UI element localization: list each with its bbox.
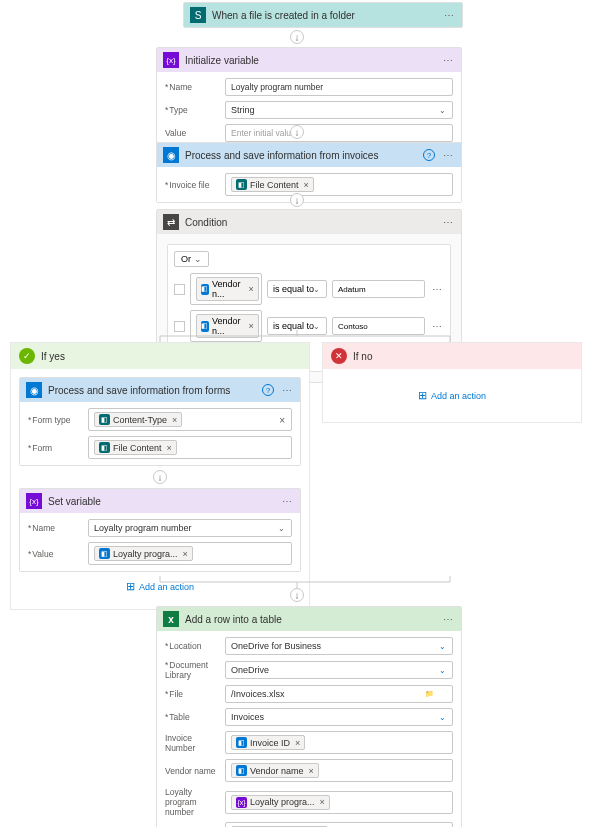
- variable-icon: {x}: [163, 52, 179, 68]
- row-menu-icon[interactable]: ⋯: [430, 321, 444, 332]
- if-yes-branch: ✓ If yes ◉ Process and save information …: [10, 342, 310, 610]
- value-input[interactable]: Enter initial value: [225, 124, 453, 142]
- chip-icon: ◧: [201, 284, 209, 295]
- ai-builder-icon: ◉: [26, 382, 42, 398]
- menu-icon[interactable]: ⋯: [441, 55, 455, 66]
- card-title: Add a row into a table: [185, 614, 435, 625]
- arrow-down-icon: ↓: [290, 588, 304, 602]
- location-select[interactable]: OneDrive for Business⌄: [225, 637, 453, 655]
- sharepoint-icon: S: [190, 7, 206, 23]
- form-input[interactable]: ◧File Content×: [88, 436, 292, 459]
- table-select[interactable]: Invoices⌄: [225, 708, 453, 726]
- left-operand[interactable]: ◧Vendor n...×: [190, 310, 262, 342]
- help-icon[interactable]: ?: [262, 384, 274, 396]
- arrow-down-icon: ↓: [290, 125, 304, 139]
- file-label: File: [165, 689, 219, 699]
- name-label: Name: [165, 82, 219, 92]
- variable-icon: {x}: [26, 493, 42, 509]
- value-label: Value: [28, 549, 82, 559]
- help-icon[interactable]: ?: [423, 149, 435, 161]
- loyalty-label: Loyalty program number: [165, 787, 219, 817]
- arrow-down-icon: ↓: [290, 193, 304, 207]
- due-date-input[interactable]: ◧Due date (date)×: [225, 822, 453, 827]
- loyalty-input[interactable]: {x}Loyalty progra...×: [225, 791, 453, 814]
- right-operand[interactable]: Adatum: [332, 280, 425, 298]
- menu-icon[interactable]: ⋯: [280, 385, 294, 396]
- process-invoices-card: ◉ Process and save information from invo…: [156, 142, 462, 203]
- chip-remove-icon[interactable]: ×: [304, 180, 309, 190]
- arrow-down-icon: ↓: [290, 30, 304, 44]
- add-row-card: x Add a row into a table ⋯ LocationOneDr…: [156, 606, 462, 827]
- form-type-label: Form type: [28, 415, 82, 425]
- card-title: Set variable: [48, 496, 274, 507]
- chip-icon: ◧: [99, 414, 110, 425]
- checkbox[interactable]: [174, 284, 185, 295]
- if-no-branch: ✕ If no Add an action: [322, 342, 582, 423]
- name-select[interactable]: Loyalty program number⌄: [88, 519, 292, 537]
- invoice-number-label: Invoice Number: [165, 733, 219, 753]
- value-input[interactable]: ◧Loyalty progra...×: [88, 542, 292, 565]
- clear-icon[interactable]: ×: [279, 414, 285, 425]
- type-label: Type: [165, 105, 219, 115]
- branch-title: If no: [353, 351, 573, 362]
- name-input[interactable]: Loyalty program number: [225, 78, 453, 96]
- file-content-chip[interactable]: ◧File Content×: [231, 177, 314, 192]
- value-label: Value: [165, 128, 219, 138]
- card-header[interactable]: x Add a row into a table ⋯: [157, 607, 461, 631]
- menu-icon[interactable]: ⋯: [442, 10, 456, 21]
- operator-select[interactable]: is equal to⌄: [267, 317, 327, 335]
- doclib-label: Document Library: [165, 660, 219, 680]
- branch-title: If yes: [41, 351, 301, 362]
- type-select[interactable]: String⌄: [225, 101, 453, 119]
- file-input[interactable]: /Invoices.xlsx📁: [225, 685, 453, 703]
- menu-icon[interactable]: ⋯: [441, 614, 455, 625]
- menu-icon[interactable]: ⋯: [441, 150, 455, 161]
- card-title: Condition: [185, 217, 435, 228]
- row-menu-icon[interactable]: ⋯: [430, 284, 444, 295]
- vendor-name-label: Vendor name: [165, 766, 219, 776]
- add-action-link[interactable]: Add an action: [323, 369, 581, 422]
- x-icon: ✕: [331, 348, 347, 364]
- doclib-select[interactable]: OneDrive⌄: [225, 661, 453, 679]
- or-selector[interactable]: Or⌄: [174, 251, 209, 267]
- form-type-input[interactable]: ◧Content-Type× ×: [88, 408, 292, 431]
- card-header[interactable]: {x} Initialize variable ⋯: [157, 48, 461, 72]
- form-label: Form: [28, 443, 82, 453]
- left-operand[interactable]: ◧Vendor n...×: [190, 273, 262, 305]
- condition-icon: ⇄: [163, 214, 179, 230]
- process-forms-card: ◉ Process and save information from form…: [19, 377, 301, 466]
- folder-icon[interactable]: 📁: [425, 690, 434, 698]
- menu-icon[interactable]: ⋯: [441, 217, 455, 228]
- chevron-down-icon: ⌄: [439, 106, 446, 115]
- right-operand[interactable]: Contoso: [332, 317, 425, 335]
- excel-icon: x: [163, 611, 179, 627]
- trigger-card[interactable]: S When a file is created in a folder ⋯: [183, 2, 463, 28]
- card-header[interactable]: ◉ Process and save information from invo…: [157, 143, 461, 167]
- add-action-link[interactable]: Add an action: [19, 572, 301, 601]
- location-label: Location: [165, 641, 219, 651]
- checkbox[interactable]: [174, 321, 185, 332]
- chip-icon: ◧: [201, 321, 209, 332]
- chip-icon: ◧: [236, 179, 247, 190]
- chip-icon: ◧: [99, 442, 110, 453]
- card-title: When a file is created in a folder: [212, 10, 436, 21]
- card-header[interactable]: {x} Set variable ⋯: [20, 489, 300, 513]
- condition-row: ◧Vendor n...× is equal to⌄ Adatum ⋯: [174, 273, 444, 305]
- card-header[interactable]: ⇄ Condition ⋯: [157, 210, 461, 234]
- vendor-name-input[interactable]: ◧Vendor name×: [225, 759, 453, 782]
- invoice-number-input[interactable]: ◧Invoice ID×: [225, 731, 453, 754]
- menu-icon[interactable]: ⋯: [280, 496, 294, 507]
- arrow-down-icon: ↓: [153, 470, 167, 484]
- invoice-file-input[interactable]: ◧File Content×: [225, 173, 453, 196]
- table-label: Table: [165, 712, 219, 722]
- name-label: Name: [28, 523, 82, 533]
- operator-select[interactable]: is equal to⌄: [267, 280, 327, 298]
- initialize-variable-card: {x} Initialize variable ⋯ Name Loyalty p…: [156, 47, 462, 149]
- condition-row: ◧Vendor n...× is equal to⌄ Contoso ⋯: [174, 310, 444, 342]
- set-variable-card: {x} Set variable ⋯ Name Loyalty program …: [19, 488, 301, 572]
- card-header[interactable]: ◉ Process and save information from form…: [20, 378, 300, 402]
- card-title: Process and save information from invoic…: [185, 150, 417, 161]
- chip-icon: ◧: [99, 548, 110, 559]
- card-title: Process and save information from forms: [48, 385, 256, 396]
- ai-builder-icon: ◉: [163, 147, 179, 163]
